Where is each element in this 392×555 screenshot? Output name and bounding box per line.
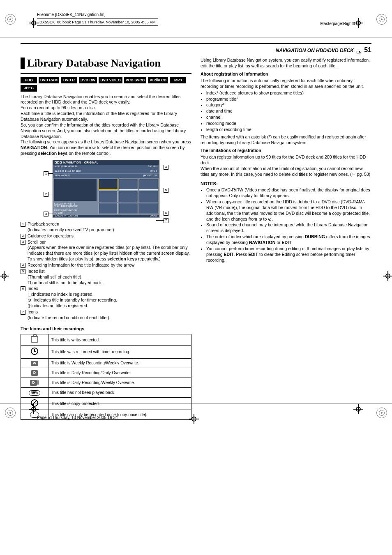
format-badge: DVD RW bbox=[79, 77, 97, 83]
format-badge: DVD VIDEO bbox=[99, 77, 122, 83]
section-header: NAVIGATION ON HDD/DVD DECK EN 51 bbox=[21, 43, 371, 54]
lock-icon bbox=[31, 336, 38, 343]
body-text: Using Library Database Navigation system… bbox=[201, 58, 371, 69]
body-text: The following screen appears as the Libr… bbox=[21, 139, 191, 157]
masterpage-label: Masterpage:Right0 bbox=[321, 21, 355, 26]
format-badge: MP3 bbox=[170, 77, 186, 83]
subheading: The limitations of registration bbox=[201, 148, 371, 154]
callout-5: 5 bbox=[164, 188, 168, 193]
body-text: So, you can confirm the information of t… bbox=[21, 122, 191, 140]
callout-2: 2 bbox=[44, 192, 48, 197]
legend: 1Playback screen(Indicates currently rec… bbox=[21, 221, 191, 321]
title-bar: Library Database Navigation bbox=[21, 58, 191, 69]
book-line: DX5SEK_00.book Page 51 Thursday, Novembe… bbox=[37, 18, 158, 26]
section-lang: EN bbox=[356, 50, 362, 54]
callout-4: 4 bbox=[164, 165, 168, 170]
body-text: You can register information up to 99 ti… bbox=[201, 154, 371, 166]
dw-badge-icon: D bbox=[30, 380, 37, 386]
format-badge: DVD RAM bbox=[39, 77, 59, 83]
format-badges: HDD DVD RAM DVD R DVD RW DVD VIDEO VCD S… bbox=[21, 77, 191, 92]
navigation-screenshot: 1 2 3 4 5 6 7 NAVIGATION – O bbox=[53, 160, 159, 218]
icons-heading: The Icons and their meanings bbox=[21, 326, 191, 332]
format-badge: HDD bbox=[21, 77, 37, 83]
format-badge: DVD R bbox=[61, 77, 77, 83]
new-badge-icon: NEW bbox=[29, 390, 41, 396]
body-text: The Library Database Navigation enables … bbox=[21, 94, 191, 106]
format-badge: VCD SVCD bbox=[124, 77, 147, 83]
format-badge: Audio CD bbox=[148, 77, 168, 83]
w-badge-icon: W bbox=[31, 361, 39, 366]
section-title: NAVIGATION ON HDD/DVD DECK bbox=[276, 48, 354, 53]
notes-list: Once a DVD-R/RW (Video mode) disc has be… bbox=[201, 187, 371, 263]
prohibit-icon bbox=[31, 399, 38, 407]
body-text: The following information is automatical… bbox=[201, 78, 371, 90]
filename-line: Filename [DX5SEK_11Navigation.fm] bbox=[37, 12, 371, 17]
callout-1: 1 bbox=[44, 171, 48, 176]
icons-table: This title is write-protected. This titl… bbox=[21, 334, 191, 420]
callout-7: 7 bbox=[164, 218, 168, 223]
right-column: Using Library Database Navigation system… bbox=[201, 58, 371, 420]
body-text: Each time a title is recorded, the infor… bbox=[21, 111, 191, 122]
page-number: 51 bbox=[364, 46, 371, 53]
notes-heading: NOTES: bbox=[201, 181, 371, 187]
page: Filename [DX5SEK_11Navigation.fm] DX5SEK… bbox=[0, 0, 392, 432]
d-badge-icon: D bbox=[31, 370, 38, 376]
page-title: Library Database Navigation bbox=[27, 58, 161, 69]
left-column: Library Database Navigation HDD DVD RAM … bbox=[21, 58, 191, 420]
body-text: The items marked with an asterisk (*) ca… bbox=[201, 134, 371, 146]
footer-meta: Page 51Thursday, 10 November 2005 16:34 bbox=[37, 415, 118, 420]
body-text: You can record up to 99 titles on a disc… bbox=[21, 105, 191, 111]
callout-6: 6 bbox=[164, 211, 168, 216]
body-text: When the amount of information is at the… bbox=[201, 166, 371, 177]
reg-items-list: index* (reduced pictures to show program… bbox=[201, 90, 371, 133]
subheading: About registration of information bbox=[201, 71, 371, 77]
callout-3: 3 bbox=[44, 212, 48, 216]
format-badge: JPEG bbox=[21, 85, 37, 91]
clock-icon bbox=[31, 348, 38, 355]
nav-header-label: NAVIGATION – ORIGINAL bbox=[63, 161, 98, 164]
